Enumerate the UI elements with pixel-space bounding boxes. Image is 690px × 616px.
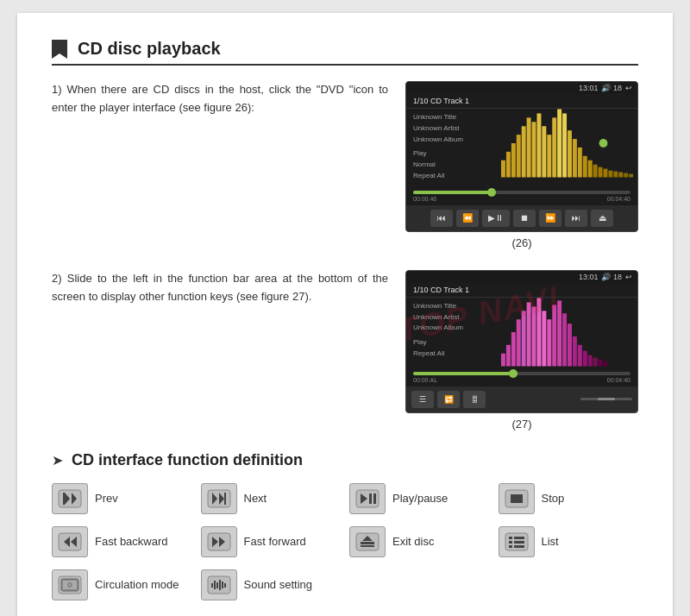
paragraph-2: 2) Slide to the left in the function bar…: [52, 270, 388, 306]
svg-rect-26: [629, 174, 633, 178]
ctrl-rew-26[interactable]: ⏪: [456, 210, 479, 227]
func-label-fastforward: Fast forward: [244, 535, 306, 548]
svg-rect-10: [547, 135, 551, 177]
svg-rect-9: [542, 126, 546, 177]
section-heading: CD disc playback: [78, 39, 221, 59]
func-icon-fastbackward: [52, 526, 88, 557]
svg-rect-1: [501, 160, 505, 178]
status-vol-26: 🔊 18: [601, 84, 622, 92]
svg-rect-86: [211, 583, 213, 588]
svg-rect-24: [618, 173, 623, 178]
soundsetting-icon-svg: [207, 575, 231, 594]
mode3-26: Repeat All: [413, 171, 494, 182]
next-icon-svg: [207, 489, 231, 508]
content-block-1: 1) When there are CD discs in the host, …: [52, 81, 638, 249]
time-row-26: 00:00:46 00:04:40: [413, 196, 630, 202]
svg-rect-35: [536, 298, 541, 366]
ctrl-stop-26[interactable]: ⏹: [513, 210, 536, 227]
svg-point-27: [599, 139, 608, 148]
func-icon-soundsetting: [201, 569, 237, 600]
svg-rect-51: [63, 493, 65, 505]
svg-rect-38: [552, 305, 556, 366]
device-screen-27: 13:01 🔊 18 ↩ 1/10 CD Track 1 Unknown Tit…: [405, 270, 638, 413]
svg-rect-6: [527, 117, 531, 177]
svg-rect-76: [509, 541, 512, 544]
function-grid: Prev Next Play: [52, 483, 638, 600]
figure-26-col: 13:01 🔊 18 ↩ 1/10 CD Track 1 Unknown Tit…: [405, 81, 638, 249]
svg-rect-45: [588, 355, 593, 366]
svg-rect-8: [536, 113, 541, 177]
func-icon-stop: [499, 483, 535, 514]
chart-svg-26: [501, 109, 637, 178]
mode2-26: Normal: [413, 160, 494, 171]
controls-row-26: ⏮ ⏪ ▶⏸ ⏹ ⏩ ⏭ ⏏: [406, 205, 637, 231]
svg-rect-48: [604, 361, 608, 366]
main-area-27: Unknown Title Unknown Artist Unknown Alb…: [406, 298, 637, 367]
svg-rect-60: [373, 493, 376, 504]
ctrl-next-26[interactable]: ⏭: [565, 210, 587, 227]
svg-rect-44: [583, 351, 587, 367]
controls-row2-27: ☰ 🔁 🎛: [406, 387, 637, 412]
progress-track-26: [413, 191, 630, 194]
ctrl-circ-27[interactable]: 🔁: [437, 391, 460, 408]
status-bar-26: 13:01 🔊 18 ↩: [406, 82, 637, 94]
figure-27-wrapper: TOP NAVI 13:01 🔊 18 ↩ 1/10 CD Track 1 Un…: [405, 270, 638, 413]
func-section-title: ➤ CD interface function definition: [52, 451, 638, 469]
ctrl-eq-27[interactable]: 🎛: [463, 391, 486, 408]
ctrl-eject-26[interactable]: ⏏: [591, 210, 613, 227]
func-label-circulation: Circulation mode: [95, 578, 179, 591]
ctrl-list-27[interactable]: ☰: [411, 391, 434, 408]
info-panel-26: Unknown Title Unknown Artist Unknown Alb…: [406, 109, 501, 185]
func-item-next: Next: [201, 483, 342, 514]
svg-rect-23: [613, 172, 618, 178]
svg-rect-62: [511, 494, 523, 503]
progress-bar-26: 00:00:46 00:04:40: [406, 185, 637, 205]
func-icon-circulation: [52, 569, 88, 600]
svg-rect-43: [578, 345, 582, 367]
progress-fill-27: [413, 372, 511, 375]
svg-rect-14: [568, 130, 572, 177]
svg-rect-75: [514, 537, 524, 539]
func-icon-exitdisc: [349, 526, 386, 557]
func-icon-fastforward: [201, 526, 237, 557]
time-end-26: 00:04:40: [607, 196, 630, 202]
svg-rect-40: [562, 313, 567, 366]
time-start-26: 00:00:46: [413, 196, 436, 202]
func-label-exitdisc: Exit disc: [392, 535, 434, 548]
status-time-26: 13:01: [579, 84, 599, 92]
stop-icon-svg: [505, 489, 529, 508]
svg-rect-34: [532, 306, 536, 366]
circulation-icon-svg: [58, 575, 82, 594]
svg-rect-74: [509, 537, 512, 539]
mode2-27: Repeat All: [413, 349, 494, 360]
ctrl-prev-26[interactable]: ⏮: [430, 210, 453, 227]
svg-rect-15: [573, 139, 577, 177]
status-back-26: ↩: [625, 84, 632, 92]
exitdisc-icon-svg: [355, 532, 380, 551]
playpause-icon-svg: [355, 489, 380, 508]
svg-rect-18: [588, 160, 593, 178]
svg-rect-33: [527, 302, 531, 366]
meta2-26: Unknown Artist: [413, 123, 494, 135]
ctrl-play-26[interactable]: ▶⏸: [482, 210, 510, 227]
meta3-26: Unknown Album: [413, 135, 494, 146]
func-item-fastbackward: Fast backward: [52, 526, 192, 557]
time-end-27: 00:04:40: [607, 377, 630, 383]
svg-rect-41: [568, 324, 572, 366]
func-item-fastforward: Fast forward: [201, 526, 342, 557]
svg-rect-36: [542, 311, 546, 366]
status-bar-27: 13:01 🔊 18 ↩: [406, 271, 637, 283]
svg-rect-78: [509, 545, 512, 548]
list-icon-svg: [505, 532, 529, 551]
svg-rect-11: [552, 117, 556, 177]
meta1-26: Unknown Title: [413, 112, 494, 123]
ctrl-fwd-26[interactable]: ⏩: [539, 210, 561, 227]
svg-rect-19: [593, 165, 598, 178]
func-label-prev: Prev: [95, 492, 118, 505]
chart-svg-27: [501, 298, 637, 367]
svg-rect-87: [214, 581, 216, 589]
paragraph-1: 1) When there are CD discs in the host, …: [52, 81, 388, 117]
svg-rect-71: [361, 542, 374, 544]
svg-rect-47: [599, 359, 603, 366]
func-label-list: List: [542, 535, 559, 548]
